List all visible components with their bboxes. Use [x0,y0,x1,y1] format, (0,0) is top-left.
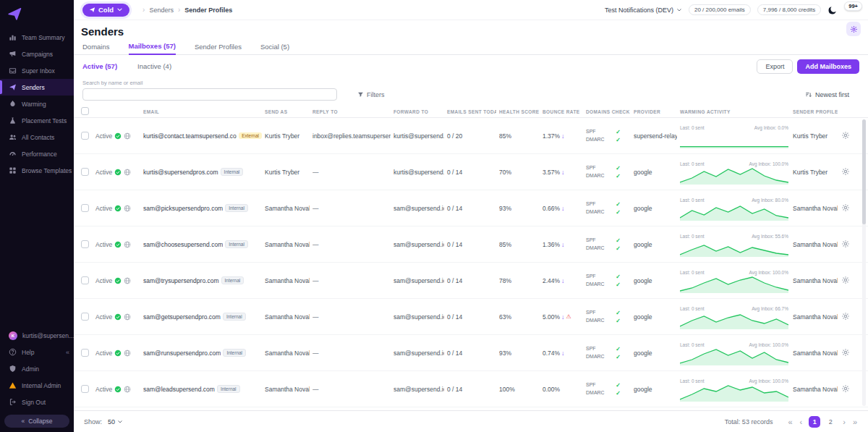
row-checkbox[interactable] [81,276,89,284]
sidebar-item-kurtis-supersen[interactable]: Kkurtis@supersen... [0,327,74,344]
table-row[interactable]: Activesam@runsupersendpro.comInternalSam… [74,335,868,371]
filters-button[interactable]: Filters [357,91,385,98]
row-settings-gear-icon[interactable] [841,240,851,250]
notifications-badge[interactable]: 99+ [844,1,862,11]
row-checkbox[interactable] [81,204,89,212]
chevrons-left-icon[interactable]: « [66,349,69,356]
row-checkbox[interactable] [81,349,89,357]
sidebar-item-performance[interactable]: Performance [0,145,74,162]
sidebar-item-help[interactable]: Help« [0,344,74,360]
row-settings-gear-icon[interactable] [841,384,851,394]
domains-check: SPF✓DMARC✓ [586,346,631,360]
table-row[interactable]: Activesam@trysupersendpro.comInternalSam… [74,263,868,299]
avg-inbox: Avg Inbox: 100.0% [749,161,788,166]
row-checkbox[interactable] [81,385,89,393]
trend-down-icon: ↓ [561,350,565,357]
export-button[interactable]: Export [757,59,793,74]
table-row[interactable]: Activesam@picksupersendpro.comInternalSa… [74,190,868,226]
table-row[interactable]: Activesam@getsupersendpro.comInternalSam… [74,299,868,335]
row-settings-gear-icon[interactable] [841,167,851,177]
total-records: Total: 53 records [725,418,773,425]
search-input[interactable] [82,88,337,101]
topbar-right: Test Notifications (DEV) 20 / 200,000 em… [605,4,868,15]
sidebar-item-campaigns[interactable]: Campaigns [0,46,74,62]
check-icon: ✓ [616,173,621,179]
tab-domains[interactable]: Domains [82,43,110,54]
sidebar-item-warming[interactable]: Warming [0,96,74,112]
trend-down-icon: ↓ [561,313,565,321]
row-settings-gear-icon[interactable] [841,203,851,213]
email: sam@getsupersendpro.com [143,313,221,321]
sidebar-item-super-inbox[interactable]: Super Inbox [0,62,74,79]
send-as: Kurtis Tryber [265,132,310,140]
subtab-active-57[interactable]: Active (57) [82,62,117,70]
row-settings-gear-icon[interactable] [841,312,851,322]
breadcrumb-sender-profiles[interactable]: Sender Profiles [184,7,232,14]
sidebar-item-team-summary[interactable]: Team Summary [0,29,74,46]
row-checkbox[interactable] [81,168,89,176]
sidebar-item-admin[interactable]: Admin [0,360,74,377]
page-size-dropdown[interactable]: 50 [108,418,123,425]
row-checkbox[interactable] [81,240,89,248]
env-dropdown-label: Test Notifications (DEV) [605,7,673,14]
sort-button[interactable]: Newest first [805,91,859,98]
warming-activity: Last: 0 sentAvg Inbox: 55.6% [680,226,790,262]
health-score: 63% [499,313,540,321]
bounce-rate: 0.66%↓ [542,205,583,212]
page-button-1[interactable]: 1 [809,416,820,428]
avg-inbox: Avg Inbox: 0.0% [754,125,788,130]
tab-sender-profiles[interactable]: Sender Profiles [195,43,242,54]
globe-icon [124,386,131,393]
tab-mailboxes-57[interactable]: Mailboxes (57) [129,42,176,55]
row-settings-gear-icon[interactable] [841,276,851,286]
subtab-inactive-4[interactable]: Inactive (4) [137,62,171,70]
row-settings-gear-icon[interactable] [841,131,851,141]
chart-icon [9,33,17,41]
next-page-button[interactable]: › [842,418,846,426]
breadcrumb-senders[interactable]: Senders [149,7,174,14]
cold-mode-button[interactable]: Cold [82,4,129,17]
reply-to: — [312,386,391,393]
tab-social-5[interactable]: Social (5) [260,43,289,54]
check-circle-icon [114,277,122,284]
moon-icon [827,5,838,15]
table-row[interactable]: Activekurtis@supersendpros.comInternalKu… [74,154,868,190]
sidebar-item-all-contacts[interactable]: All Contacts [0,129,74,145]
row-checkbox[interactable] [81,132,89,140]
health-score: 70% [499,169,540,176]
prev-page-button[interactable]: ‹ [799,418,804,426]
bounce-rate: 5.00%↓⚠ [542,313,583,321]
dmarc-label: DMARC [586,390,605,397]
sidebar-item-senders[interactable]: Senders [0,79,74,96]
sidebar-item-label: Senders [22,84,45,91]
scrollbar-thumb[interactable] [862,119,866,224]
domains-check: SPF✓DMARC✓ [586,310,631,324]
scope-badge: External [239,132,262,139]
collapse-sidebar-button[interactable]: « Collapse [4,415,69,428]
add-mailboxes-button[interactable]: Add Mailboxes [797,59,859,74]
sidebar-item-internal-admin[interactable]: Internal Admin [0,377,74,394]
row-settings-gear-icon[interactable] [841,348,851,358]
select-all-checkbox[interactable] [81,107,89,115]
dark-mode-toggle[interactable] [827,5,838,15]
spf-label: SPF [586,382,596,389]
env-dropdown[interactable]: Test Notifications (DEV) [605,7,682,14]
row-checkbox[interactable] [81,313,89,321]
sidebar-item-sign-out[interactable]: Sign Out [0,394,74,410]
settings-gear-button[interactable] [846,22,861,36]
table-row[interactable]: Activesam@leadsupersend.comInternalSaman… [74,371,868,407]
provider: google [634,277,677,284]
table-row[interactable]: Activesam@choosesupersend.comInternalSam… [74,226,868,263]
health-score: 93% [499,350,540,357]
table-row[interactable]: Activekurtis@contact.teamsupersend.comEx… [74,118,868,154]
globe-icon [124,205,131,212]
check-icon: ✓ [616,390,621,397]
sidebar-item-browse-templates[interactable]: Browse Templates [0,162,74,179]
scrollbar-track[interactable] [862,119,866,406]
page-button-2[interactable]: 2 [825,416,836,428]
chevrons-left-icon: « [22,418,25,425]
sidebar-item-placement-tests[interactable]: Placement Tests [0,112,74,129]
last-page-button[interactable]: » [852,418,858,426]
first-page-button[interactable]: « [787,418,793,426]
dmarc-label: DMARC [586,281,605,288]
